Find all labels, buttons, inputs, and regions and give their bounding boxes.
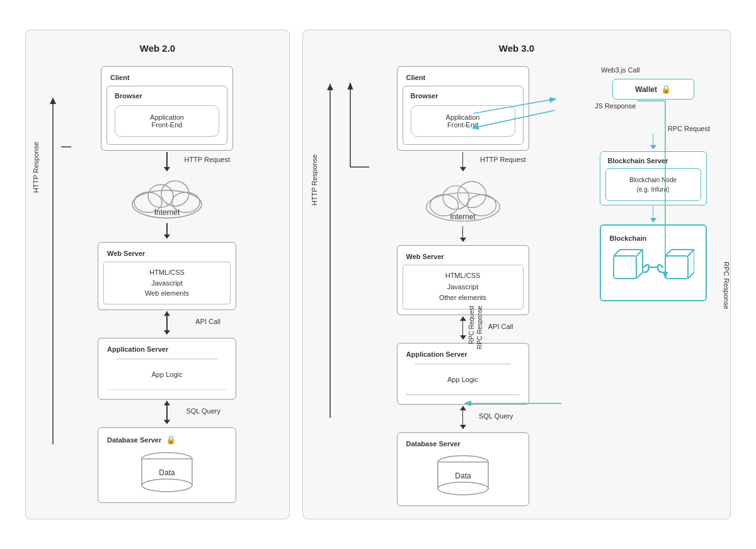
web3-sql-label: SQL Query xyxy=(479,412,513,420)
svg-rect-23 xyxy=(614,256,636,279)
web3-api-call-label: API Call xyxy=(488,323,513,330)
web3-webserver-label: Web Server xyxy=(403,251,524,262)
web2-arrow2 xyxy=(164,223,170,242)
web2-left-bracket xyxy=(52,84,71,424)
web3-frontend-label: ApplicationFront-End xyxy=(446,113,480,129)
web3-rpc-request-side-label: RPC Request xyxy=(468,306,475,344)
web3-wallet-label: Wallet xyxy=(635,85,657,94)
web3-webserver-box: Web Server HTML/CSSJavascriptOther eleme… xyxy=(397,245,529,315)
web2-internet-cloud: Internet xyxy=(120,176,214,223)
main-container: Web 2.0 HTTP Response Client Browser App… xyxy=(13,17,743,532)
web2-appserver-box: Application Server App Logic xyxy=(98,338,236,400)
svg-line-32 xyxy=(688,250,694,256)
svg-line-24 xyxy=(614,250,620,256)
web3-arrow-after-cloud xyxy=(460,226,466,245)
svg-marker-13 xyxy=(327,84,333,90)
web3-http-request-arrow: HTTP Request xyxy=(460,151,466,176)
web2-browser-box: Browser ApplicationFront-End xyxy=(106,86,227,145)
web2-appserver-label: Application Server xyxy=(103,344,231,355)
web3-frontend-box: ApplicationFront-End xyxy=(411,105,515,137)
svg-point-5 xyxy=(148,185,173,207)
svg-point-21 xyxy=(438,482,488,495)
svg-line-33 xyxy=(688,272,694,279)
web2-applogic-label: App Logic xyxy=(152,371,183,378)
web2-panel: Web 2.0 HTTP Response Client Browser App… xyxy=(25,30,290,519)
svg-line-25 xyxy=(636,250,643,256)
web3-wallet-box: Wallet 🔒 xyxy=(612,79,694,100)
web3-http-response-label: HTTP Response xyxy=(311,154,318,205)
web2-dbserver-box: Database Server 🔒 Data xyxy=(98,427,236,503)
web3-client-box: Client Browser ApplicationFront-End xyxy=(397,66,529,151)
web3-webserver-content: HTML/CSSJavascriptOther elements xyxy=(403,265,524,309)
web2-webserver-box: Web Server HTML/CSSJavascriptWeb element… xyxy=(98,242,236,310)
web3-rpc-response-far-label: RPC Response xyxy=(723,262,730,309)
web3-left-col: Client Browser ApplicationFront-End HTTP… xyxy=(322,66,585,506)
web3-http-request-label: HTTP Request xyxy=(480,156,526,163)
web2-client-box: Client Browser ApplicationFront-End xyxy=(101,66,233,151)
web2-frontend-label: ApplicationFront-End xyxy=(150,113,184,129)
web2-api-call-label: API Call xyxy=(195,318,220,325)
web2-api-call-arrow: API Call xyxy=(164,310,170,338)
web2-internet-label: Internet xyxy=(154,208,180,217)
web3-blockchain-box: Blockchain xyxy=(600,224,707,301)
svg-line-31 xyxy=(665,250,672,256)
web3-appserver-label: Application Server xyxy=(403,349,524,360)
web2-frontend-box: ApplicationFront-End xyxy=(115,105,219,137)
web3-web3js-label: Web3.js Call xyxy=(601,66,640,74)
svg-point-6 xyxy=(161,181,189,206)
web2-db-cylinder: Data xyxy=(103,446,231,497)
web3-browser-label: Browser xyxy=(407,90,519,101)
web3-browser-box: Browser ApplicationFront-End xyxy=(403,86,524,145)
web2-title: Web 2.0 xyxy=(45,43,270,54)
web2-applogic-box: App Logic xyxy=(107,359,227,390)
web3-dbserver-box: Database Server Data xyxy=(397,432,529,506)
web2-http-request-arrow: HTTP Request xyxy=(164,151,170,176)
web2-http-request-label: HTTP Request xyxy=(184,156,230,163)
web3-right-col: Web3.js Call Wallet 🔒 JS Response RPC Re… xyxy=(595,66,711,301)
svg-text:Data: Data xyxy=(455,471,471,480)
web2-browser-label: Browser xyxy=(111,90,223,101)
web3-client-label: Client xyxy=(403,72,524,83)
svg-line-26 xyxy=(636,272,643,279)
web2-client-label: Client xyxy=(106,72,227,83)
svg-point-9 xyxy=(142,479,192,492)
web3-rpc-response-side-label: RPC Response xyxy=(476,306,483,349)
web3-appserver-box: Application Server App Logic xyxy=(397,343,529,405)
web2-http-response-label: HTTP Response xyxy=(32,142,40,193)
web3-blockchain-server-label: Blockchain Server xyxy=(605,156,701,166)
web3-rpc-request-label: RPC Request xyxy=(668,125,710,132)
web2-dbserver-label: Database Server 🔒 xyxy=(103,433,231,446)
web3-js-response-label: JS Response xyxy=(595,102,636,110)
web3-blockchain-node-box: Blockchain Node(e.g. Infura) xyxy=(605,168,701,201)
web3-title: Web 3.0 xyxy=(322,43,711,54)
web2-webserver-content: HTML/CSSJavascriptWeb elements xyxy=(103,262,231,304)
web3-blockchain-label: Blockchain xyxy=(610,234,697,242)
web2-sql-label: SQL Query xyxy=(186,407,220,415)
web3-applogic-label: App Logic xyxy=(447,376,478,383)
web3-db-cylinder: Data xyxy=(403,449,524,500)
web3-blockchain-icon xyxy=(612,248,694,289)
web3-internet-label: Internet xyxy=(450,212,476,221)
web3-api-call-arrow: API Call xyxy=(460,315,466,343)
web3-response-line xyxy=(329,84,331,449)
web3-internet-cloud: Internet xyxy=(416,176,510,226)
svg-rect-30 xyxy=(665,256,688,279)
web3-wallet-lock-icon: 🔒 xyxy=(661,84,671,94)
web2-sql-arrow: SQL Query xyxy=(164,400,170,427)
web3-blockchain-server-box: Blockchain Server Blockchain Node(e.g. I… xyxy=(600,151,707,205)
web3-dbserver-label: Database Server xyxy=(403,438,524,449)
web2-webserver-label: Web Server xyxy=(103,248,231,259)
web3-arrow-to-blockchain xyxy=(650,205,656,224)
svg-text:Data: Data xyxy=(159,468,175,477)
web3-applogic-box: App Logic xyxy=(406,364,520,395)
web3-sql-arrow: SQL Query xyxy=(460,405,466,432)
web3-panel: Web 3.0 RPC Response HTTP Response Cl xyxy=(302,30,731,519)
web3-rpc-arrow-down xyxy=(650,132,656,151)
